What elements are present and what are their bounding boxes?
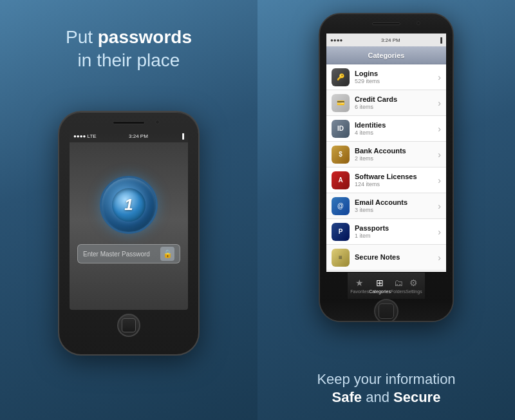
home-area-right [320,299,453,322]
category-count: 2 items [355,155,438,162]
category-count: 529 items [355,78,438,85]
camera-dot [155,120,160,124]
ios-list: 🔑Logins529 items›💳Credit Cards6 items›ID… [326,64,446,272]
bottom-tagline: Keep your information Safe and Secure [317,370,455,407]
category-name: Bank Accounts [355,147,438,155]
speaker-right [372,23,400,25]
category-icon: ≡ [332,249,350,267]
category-name: Credit Cards [355,95,438,104]
nav-title: Categories [368,52,405,59]
list-item[interactable]: 🔑Logins529 items› [326,64,446,90]
category-icon: @ [332,197,350,215]
list-item[interactable]: ASoftware Licenses124 items› [326,167,446,193]
battery-right: ▐ [438,37,442,43]
one-digit: 1 [124,196,133,214]
chevron-right-icon: › [438,253,441,263]
chevron-right-icon: › [438,227,441,237]
tab-label-favorites: Favorites [350,289,369,294]
category-name: Software Licenses [355,173,438,181]
tagline-line1: Put [66,27,93,47]
chevron-right-icon: › [438,149,441,160]
iphone-right: ●●●● 3:24 PM ▐ Categories 🔑Logins529 ite… [319,13,454,322]
chevron-right-icon: › [438,124,441,134]
signal-right: ●●●● [330,37,342,43]
tab-item-folders[interactable]: 🗂Folders [391,272,406,299]
screen-left: ●●●● LTE 3:24 PM ▐ 1 Enter Master Passwo… [70,129,188,310]
category-name: Logins [355,70,438,78]
category-name: Secure Notes [355,253,438,262]
category-icon: ID [332,120,350,138]
tab-item-settings[interactable]: ⚙Settings [406,272,422,299]
lock-icon-circle: 1 [100,176,158,234]
battery-left: ▐ [180,133,184,139]
category-icon: A [332,171,350,189]
ios-status-bar: ●●●● 3:24 PM ▐ [326,33,446,46]
list-item[interactable]: PPassports1 item› [326,219,446,245]
home-button-left[interactable] [117,314,140,337]
tab-label-folders: Folders [391,289,406,294]
ios-tab-bar: ★Favorites⊞Categories🗂Folders⚙Settings [348,272,424,299]
tab-icon-folders: 🗂 [394,278,403,288]
list-item[interactable]: IDIdentities4 items› [326,116,446,142]
category-icon: $ [332,146,350,164]
tab-icon-favorites: ★ [355,278,364,288]
category-text: Bank Accounts2 items [355,147,438,162]
category-name: Identities [355,121,438,129]
right-panel: ●●●● 3:24 PM ▐ Categories 🔑Logins529 ite… [258,0,515,420]
category-text: Identities4 items [355,121,438,137]
home-button-inner-right [379,303,394,319]
category-text: Passports1 item [355,224,438,240]
bottom-line1: Keep your information [317,371,455,387]
tab-icon-settings: ⚙ [409,278,418,288]
category-icon: 💳 [332,94,350,112]
time-right: 3:24 PM [381,37,400,43]
category-count: 124 items [355,181,438,188]
chevron-right-icon: › [438,72,441,82]
home-button-right[interactable] [374,299,398,322]
category-name: Passports [355,224,438,233]
list-item[interactable]: $Bank Accounts2 items› [326,142,446,167]
category-text: Logins529 items [355,70,438,85]
tab-label-categories: Categories [369,289,391,294]
time-left: 3:24 PM [129,133,148,139]
home-button-inner-left [122,318,136,332]
password-placeholder: Enter Master Password [83,251,150,258]
category-text: Secure Notes [355,253,438,262]
bottom-line2: Safe [332,389,362,405]
speaker-left [113,121,145,124]
screen-right: ●●●● 3:24 PM ▐ Categories 🔑Logins529 ite… [326,33,446,272]
list-item[interactable]: ≡Secure Notes› [326,245,446,271]
iphone-left: ●●●● LTE 3:24 PM ▐ 1 Enter Master Passwo… [58,111,200,356]
category-count: 4 items [355,129,438,137]
bottom-line4: Secure [393,389,440,405]
category-text: Credit Cards6 items [355,95,438,111]
list-item[interactable]: 💳Credit Cards6 items› [326,90,446,116]
lock-inner: 1 [112,188,145,222]
category-text: Software Licenses124 items [355,173,438,188]
category-icon: 🔑 [332,68,350,86]
list-item[interactable]: @Email Accounts3 items› [326,193,446,219]
category-count: 6 items [355,104,438,111]
chevron-right-icon: › [438,201,441,211]
tagline-highlight: passwords [98,27,192,47]
chevron-right-icon: › [438,175,441,186]
left-tagline: Put passwords in their place [66,26,192,73]
category-icon: P [332,223,350,241]
tab-item-categories[interactable]: ⊞Categories [369,272,391,299]
bottom-line3: and [366,389,389,405]
signal-left: ●●●● LTE [73,133,97,139]
category-name: Email Accounts [355,198,438,207]
lock-button[interactable]: 🔒 [160,247,174,261]
tagline-line2: in their place [78,50,180,70]
left-panel: Put passwords in their place ●●●● LTE 3:… [0,0,258,420]
tab-item-favorites[interactable]: ★Favorites [350,272,369,299]
status-bar-left: ●●●● LTE 3:24 PM ▐ [70,129,188,142]
tab-icon-categories: ⊞ [376,278,384,288]
camera-dot-right [417,21,420,25]
category-text: Email Accounts3 items [355,198,438,214]
ios-nav-bar: Categories [326,46,446,64]
password-field[interactable]: Enter Master Password 🔒 [77,244,180,263]
category-count: 1 item [355,233,438,240]
iphone-right-top [320,14,453,33]
tab-label-settings: Settings [406,289,422,294]
